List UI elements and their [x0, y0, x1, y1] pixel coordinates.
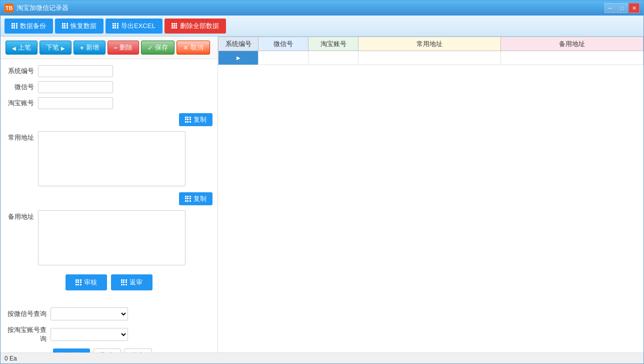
row-indicator: ▶ — [218, 51, 258, 65]
nav-bar: 上笔 下笔 新增 删除 保存 — [0, 37, 218, 59]
col-address: 常用地址 — [358, 37, 501, 51]
window-title: 淘宝加微信记录器 — [16, 4, 604, 13]
delete-button[interactable]: 删除 — [108, 41, 140, 55]
table-row[interactable]: ▶ — [218, 51, 644, 65]
search-area: 按微信号查询 按淘宝账号查询 🔍 查询 — [0, 301, 218, 352]
arrow-left-icon — [12, 44, 16, 52]
grid-icon — [12, 23, 18, 29]
grid-icon3 — [112, 23, 118, 29]
search-taobao-row: 按淘宝账号查询 — [6, 325, 212, 343]
taobao-cell — [308, 51, 358, 65]
col-wechat: 微信号 — [258, 37, 308, 51]
wechat-input[interactable] — [38, 81, 113, 93]
search-clear-button[interactable]: 清空 — [124, 348, 152, 352]
address-label: 常用地址 — [6, 131, 38, 142]
search-button[interactable]: 🔍 查询 — [53, 348, 90, 352]
main-window: TB 淘宝加微信记录器 ─ □ ✕ 数据备份 恢复数据 导出EXCEL 删除全部… — [0, 0, 644, 364]
address-cell — [358, 51, 501, 65]
delete-all-button[interactable]: 删除全部数据 — [164, 19, 226, 34]
search-buttons: 🔍 查询 取消 清空 — [6, 348, 212, 352]
search-cancel-button[interactable]: 取消 — [93, 348, 121, 352]
copy-grid-icon — [185, 117, 191, 123]
data-table: 系统编号 微信号 淘宝账号 常用地址 备用地址 ▶ — [218, 37, 644, 65]
search-wechat-row: 按微信号查询 — [6, 307, 212, 320]
search-wechat-select[interactable] — [50, 307, 128, 320]
cancel-button[interactable]: 取消 — [176, 41, 210, 55]
check-icon — [148, 44, 153, 52]
return-icon — [121, 279, 127, 285]
copy-address1-button[interactable]: 复制 — [179, 113, 212, 126]
field-wechat: 微信号 — [6, 81, 212, 93]
add-button[interactable]: 新增 — [74, 41, 106, 55]
main-content: 上笔 下笔 新增 删除 保存 — [0, 37, 644, 352]
minimize-button[interactable]: ─ — [604, 3, 616, 13]
copy-btn-wrapper1: 复制 — [6, 113, 212, 126]
x-icon — [183, 44, 188, 52]
export-excel-button[interactable]: 导出EXCEL — [106, 19, 162, 34]
system-id-label: 系统编号 — [6, 67, 38, 76]
window-controls: ─ □ ✕ — [604, 3, 640, 13]
address-textarea[interactable] — [38, 131, 186, 186]
plus-icon — [80, 44, 84, 52]
prev-button[interactable]: 上笔 — [6, 41, 38, 55]
grid-icon4 — [172, 23, 178, 29]
field-system-id: 系统编号 — [6, 65, 212, 77]
search-taobao-select[interactable] — [50, 328, 128, 341]
action-buttons: 审核 返审 — [6, 269, 212, 295]
grid-icon2 — [62, 23, 68, 29]
search-wechat-label: 按微信号查询 — [6, 309, 50, 318]
backup-cell — [501, 51, 644, 65]
taobao-label: 淘宝账号 — [6, 99, 38, 108]
main-toolbar: 数据备份 恢复数据 导出EXCEL 删除全部数据 — [0, 16, 644, 37]
col-system-id: 系统编号 — [218, 37, 258, 51]
wechat-label: 微信号 — [6, 83, 38, 92]
copy-grid-icon2 — [185, 196, 191, 202]
left-panel: 上笔 下笔 新增 删除 保存 — [0, 37, 218, 352]
backup-address-label: 备用地址 — [6, 210, 38, 221]
close-button[interactable]: ✕ — [628, 3, 640, 13]
wechat-cell — [258, 51, 308, 65]
save-button[interactable]: 保存 — [141, 41, 174, 55]
status-bar: 0 Ea — [0, 352, 644, 363]
return-button[interactable]: 返审 — [111, 274, 152, 290]
restore-button[interactable]: □ — [616, 3, 628, 13]
next-button[interactable]: 下笔 — [40, 41, 72, 55]
restore-data-button[interactable]: 恢复数据 — [55, 19, 104, 34]
col-taobao: 淘宝账号 — [308, 37, 358, 51]
titlebar: TB 淘宝加微信记录器 ─ □ ✕ — [0, 1, 644, 16]
review-button[interactable]: 审核 — [66, 274, 107, 290]
copy-address2-button[interactable]: 复制 — [179, 192, 212, 205]
right-panel: 系统编号 微信号 淘宝账号 常用地址 备用地址 ▶ — [218, 37, 644, 352]
field-backup-address: 备用地址 — [6, 210, 212, 265]
taobao-input[interactable] — [38, 97, 113, 109]
arrow-right-icon — [61, 44, 65, 52]
status-text: 0 Ea — [4, 355, 17, 362]
app-icon: TB — [4, 4, 14, 13]
form-area: 系统编号 微信号 淘宝账号 复制 — [0, 59, 218, 301]
field-address: 常用地址 — [6, 131, 212, 186]
copy-btn-wrapper2: 复制 — [6, 192, 212, 205]
system-id-input[interactable] — [38, 65, 113, 77]
backup-address-textarea[interactable] — [38, 210, 186, 265]
backup-button[interactable]: 数据备份 — [4, 19, 53, 34]
col-backup: 备用地址 — [501, 37, 644, 51]
field-taobao: 淘宝账号 — [6, 97, 212, 109]
minus-icon — [114, 44, 118, 52]
search-taobao-label: 按淘宝账号查询 — [6, 325, 50, 343]
review-icon — [76, 279, 82, 285]
